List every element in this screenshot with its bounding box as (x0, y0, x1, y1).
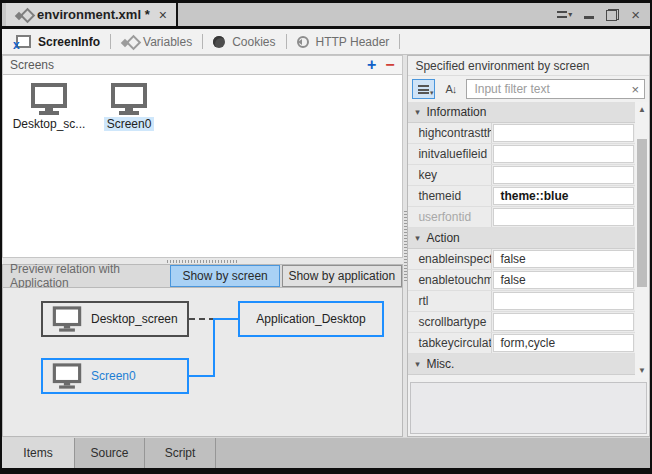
menu-lines-icon (557, 11, 567, 18)
property-value-input[interactable] (493, 124, 634, 142)
category-label: Misc. (426, 357, 454, 371)
clear-filter-icon[interactable]: × (631, 83, 639, 96)
relation-line-top (215, 318, 238, 320)
row-indent (408, 249, 418, 269)
screen-item-desktop[interactable]: Desktop_sc... (15, 83, 83, 131)
toolbar-separator (399, 34, 400, 49)
window-menu-button[interactable]: ▾ (557, 10, 572, 19)
property-value-input[interactable] (493, 292, 634, 310)
category-information[interactable]: ▾ Information (408, 102, 635, 123)
property-row-rtl[interactable]: rtl (408, 291, 635, 312)
document-tab-close-icon[interactable]: × (159, 8, 167, 22)
category-label: Information (426, 105, 486, 119)
collapse-arrow-icon[interactable]: ▾ (408, 359, 426, 369)
window-controls: ▾ × (557, 3, 650, 26)
app-window: environment.xml * × ▾ × ScreenInfo Varia… (0, 0, 652, 474)
property-row-initvaluefileid[interactable]: initvaluefileid (408, 144, 635, 165)
document-tab-title: environment.xml * (37, 7, 150, 22)
property-label: themeid (418, 186, 492, 206)
add-screen-button[interactable]: + (367, 57, 376, 73)
remove-screen-button[interactable]: − (385, 57, 394, 73)
property-value-input[interactable]: theme::blue (493, 187, 634, 205)
scroll-up-icon[interactable]: ▲ (638, 102, 646, 117)
row-indent (408, 123, 418, 143)
document-diamond-icon (15, 8, 30, 22)
row-indent (408, 144, 418, 164)
tab-script[interactable]: Script (145, 438, 216, 468)
property-row-enabletouchmode[interactable]: enabletouchmode false (408, 270, 635, 291)
document-tab-environment-xml[interactable]: environment.xml * × (6, 3, 178, 26)
property-row-key[interactable]: key (408, 165, 635, 186)
property-row-tabkeycirculation[interactable]: tabkeycirculation form,cycle (408, 333, 635, 354)
property-row-themeid[interactable]: themeid theme::blue (408, 186, 635, 207)
property-value-input[interactable]: false (493, 250, 634, 268)
tab-http-header[interactable]: HTTP Header (287, 29, 400, 54)
tab-source[interactable]: Source (75, 438, 145, 468)
relation-line-bottom (189, 375, 215, 377)
scroll-down-icon[interactable]: ▼ (638, 363, 646, 378)
row-indent (408, 333, 418, 353)
property-value-input[interactable] (493, 145, 634, 163)
property-row-enableinspection[interactable]: enableinspection false (408, 249, 635, 270)
property-label: userfontid (418, 207, 492, 227)
monitor-icon (52, 363, 82, 389)
scrollbar-thumb[interactable] (637, 139, 647, 287)
property-row-highcontrastthemeid[interactable]: highcontrastthemeid (408, 123, 635, 144)
splitter-grip (404, 211, 407, 281)
tab-cookies[interactable]: Cookies (203, 29, 285, 54)
tab-variables-label: Variables (143, 35, 192, 49)
property-row-userfontid[interactable]: userfontid (408, 207, 635, 228)
properties-panel: Specified environment by screen ▾ A↓ × ▾ (407, 55, 650, 437)
restore-button[interactable] (606, 9, 619, 21)
tab-cookies-label: Cookies (232, 35, 275, 49)
screeninfo-icon (16, 35, 31, 48)
property-value-input[interactable]: false (493, 271, 634, 289)
filter-input[interactable] (472, 81, 631, 97)
show-by-screen-button[interactable]: Show by screen (170, 265, 280, 287)
cookies-icon (213, 36, 225, 48)
collapse-arrow-icon[interactable]: ▾ (408, 233, 426, 243)
property-value-input[interactable] (493, 166, 634, 184)
screens-panel-title: Screens (10, 58, 54, 72)
property-value-input[interactable] (493, 313, 634, 331)
diagram-node-label: Desktop_screen (91, 312, 178, 326)
property-label: highcontrastthemeid (418, 123, 492, 143)
sort-alphabetical-button[interactable]: A↓ (439, 79, 462, 99)
screen-item-screen0[interactable]: Screen0 (95, 83, 163, 131)
relation-diagram: Desktop_screen Screen0 Application_Deskt… (2, 288, 403, 437)
row-indent (408, 207, 418, 227)
row-indent (408, 291, 418, 311)
diagram-node-screen0[interactable]: Screen0 (41, 358, 189, 394)
category-misc[interactable]: ▾ Misc. (408, 354, 635, 375)
chevron-down-icon: ▾ (568, 10, 572, 19)
property-row-scrollbartype[interactable]: scrollbartype (408, 312, 635, 333)
screens-panel-header: Screens + − (2, 55, 403, 75)
property-label: enableinspection (418, 249, 492, 269)
screens-list: Desktop_sc... Screen0 (2, 75, 403, 258)
diagram-node-desktop-screen[interactable]: Desktop_screen (41, 301, 189, 337)
collapse-arrow-icon[interactable]: ▾ (408, 107, 426, 117)
property-value-input[interactable]: form,cycle (493, 334, 634, 352)
minimize-button[interactable] (584, 16, 594, 19)
show-by-application-button[interactable]: Show by application (282, 265, 402, 287)
properties-panel-header: Specified environment by screen (408, 56, 649, 76)
categorized-view-button[interactable]: ▾ (412, 79, 435, 99)
category-action[interactable]: ▾ Action (408, 228, 635, 249)
diagram-node-application-desktop[interactable]: Application_Desktop (238, 301, 384, 337)
property-label: key (418, 165, 492, 185)
property-grid-scrollbar[interactable]: ▲ ▼ (635, 102, 649, 378)
tab-script-label: Script (165, 446, 196, 460)
properties-filter-row: ▾ A↓ × (408, 76, 649, 102)
close-window-button[interactable]: × (631, 7, 640, 22)
tab-screeninfo[interactable]: ScreenInfo (6, 29, 110, 54)
property-label: initvaluefileid (418, 144, 492, 164)
row-indent (408, 270, 418, 290)
relation-line-dashed (189, 318, 215, 320)
preview-relation-header: Preview relation with Application Show b… (2, 264, 403, 288)
editor-toolbar: ScreenInfo Variables Cookies HTTP Header (2, 29, 650, 55)
tab-items[interactable]: Items (2, 438, 75, 468)
categorized-view-icon (418, 85, 429, 94)
diagram-node-label: Screen0 (91, 369, 136, 383)
property-value-input[interactable] (493, 208, 634, 226)
tab-variables[interactable]: Variables (111, 29, 202, 54)
